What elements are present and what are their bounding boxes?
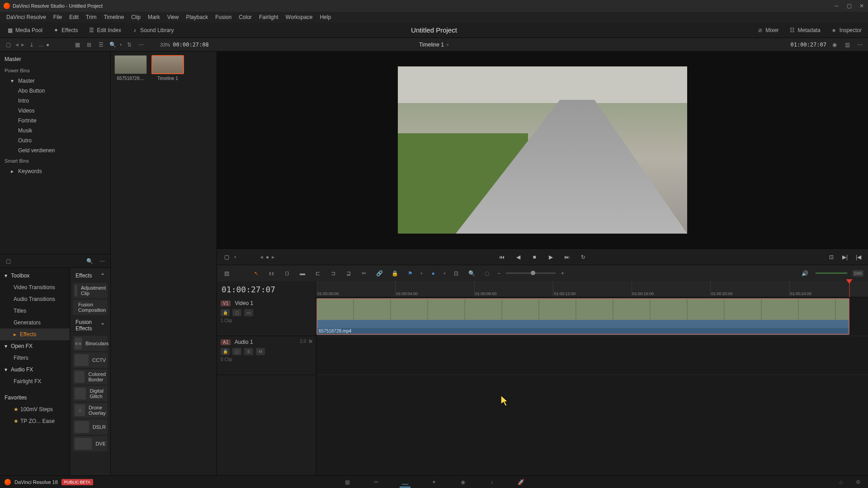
mixer-toggle[interactable]: ⎚ Mixer: [755, 26, 780, 35]
fairlight-page-tab[interactable]: ♪: [486, 477, 497, 488]
bypass-icon[interactable]: ◉: [830, 40, 839, 49]
match-prev-icon[interactable]: ◀: [260, 255, 263, 259]
fx-options-icon[interactable]: ⋯: [98, 257, 107, 266]
color-page-tab[interactable]: ◉: [458, 477, 468, 488]
home-icon[interactable]: ⌂: [835, 477, 846, 488]
bin-item[interactable]: Videos: [0, 106, 110, 116]
first-frame-button[interactable]: ⏮: [497, 252, 507, 262]
fx-item[interactable]: ◉◉Binoculars: [73, 336, 108, 351]
dim-badge[interactable]: DIM: [853, 270, 864, 277]
menu-clip[interactable]: Clip: [127, 14, 144, 20]
clip-thumbnail[interactable]: 657518728....: [114, 55, 147, 81]
menu-fairlight[interactable]: Fairlight: [255, 14, 282, 20]
next-frame-button[interactable]: ⏭: [562, 252, 572, 262]
fx-item[interactable]: Adjustment Clip: [73, 283, 108, 298]
fx-nav-fairlightfx[interactable]: Fairlight FX: [0, 375, 70, 387]
replace-icon[interactable]: ⊒: [344, 268, 354, 278]
insert-icon[interactable]: ⊏: [313, 268, 323, 278]
bin-item[interactable]: Abo Button: [0, 86, 110, 96]
cut-page-tab[interactable]: ✂: [371, 477, 382, 488]
marker-icon[interactable]: ●: [428, 268, 438, 278]
sound-library-toggle[interactable]: ♪ Sound Library: [129, 26, 176, 35]
timeline-dropdown-icon[interactable]: ▾: [447, 42, 449, 47]
track-enable-icon[interactable]: ▭: [244, 309, 253, 316]
last-frame-icon[interactable]: |◀: [854, 252, 863, 262]
smart-bin-keywords[interactable]: ▸Keywords: [0, 166, 110, 176]
track-lock-icon[interactable]: 🔒: [221, 348, 230, 355]
bin-list-icon[interactable]: ▢: [4, 257, 13, 266]
volume-slider[interactable]: [816, 272, 847, 274]
metadata-toggle[interactable]: ☷ Metadata: [787, 26, 822, 35]
sort-icon[interactable]: ⇅: [125, 40, 134, 49]
dynamic-trim-icon[interactable]: ⟨⟩: [282, 268, 292, 278]
fx-item[interactable]: CCTV: [73, 352, 108, 368]
power-bin-master[interactable]: ▾Master: [0, 76, 110, 86]
edit-page-tab[interactable]: ⎯⎯: [400, 477, 410, 488]
fx-nav-titles[interactable]: Titles: [0, 305, 70, 317]
close-button[interactable]: ✕: [859, 3, 864, 9]
fx-nav-audiofx[interactable]: ▾Audio FX: [0, 364, 70, 375]
zoom-custom-icon[interactable]: ◌: [482, 268, 492, 278]
import-icon[interactable]: ⤓: [27, 40, 36, 49]
stop-button[interactable]: ■: [529, 252, 539, 262]
fx-nav-audio-transitions[interactable]: Audio Transitions: [0, 293, 70, 305]
auto-select-icon[interactable]: ▢: [232, 309, 241, 316]
edit-index-toggle[interactable]: ☰ Edit Index: [86, 26, 123, 35]
menu-playback[interactable]: Playback: [182, 14, 212, 20]
fx-group-fusion[interactable]: Fusion Effects⌃: [72, 316, 108, 334]
split-view-icon[interactable]: ▥: [843, 40, 852, 49]
zoom-percent[interactable]: 33%: [160, 42, 170, 47]
fx-item[interactable]: ◎Drone Overlay: [73, 403, 108, 418]
lock-icon[interactable]: 🔒: [390, 268, 400, 278]
trim-tool-icon[interactable]: ⫾⫾: [267, 268, 277, 278]
fx-nav-effects[interactable]: ▸Effects: [0, 328, 70, 340]
fx-search-icon[interactable]: 🔍: [85, 257, 94, 266]
flag-icon[interactable]: ⚑: [405, 268, 415, 278]
grid-view-icon[interactable]: ⊞: [85, 40, 94, 49]
match-next-icon[interactable]: ▶: [272, 255, 275, 259]
list-view-icon[interactable]: ☰: [96, 40, 105, 49]
next-edit-icon[interactable]: ▶|: [840, 252, 850, 262]
media-page-tab[interactable]: ▦: [342, 477, 353, 488]
fx-nav-openfx[interactable]: ▾Open FX: [0, 340, 70, 352]
zoom-slider[interactable]: [506, 272, 556, 274]
video-track-header[interactable]: V1 Video 1 🔒 ▢ ▭ 1 Clip: [217, 297, 316, 336]
options-icon[interactable]: ⋯: [137, 40, 146, 49]
media-pool-toggle[interactable]: ▦ Media Pool: [5, 26, 44, 35]
settings-icon[interactable]: ⚙: [853, 477, 863, 488]
prev-frame-button[interactable]: ◀: [513, 252, 523, 262]
timeline-ruler[interactable]: 01:00:00:00 01:00:04:00 01:00:08:00 01:0…: [316, 281, 868, 297]
deliver-page-tab[interactable]: 🚀: [515, 477, 526, 488]
menu-file[interactable]: File: [50, 14, 66, 20]
fx-group-effects[interactable]: Effects⌃: [72, 270, 108, 282]
nav-back[interactable]: ◀: [15, 42, 19, 47]
menu-mark[interactable]: Mark: [144, 14, 164, 20]
menu-help[interactable]: Help: [316, 14, 335, 20]
menu-davinci[interactable]: DaVinci Resolve: [3, 14, 50, 20]
bin-item[interactable]: Musik: [0, 126, 110, 136]
fx-nav-filters[interactable]: Filters: [0, 352, 70, 364]
loop-button[interactable]: ↻: [578, 252, 588, 262]
solo-button[interactable]: S: [244, 348, 253, 355]
fav-item[interactable]: ★ TP ZO... Ease: [0, 415, 70, 427]
search-icon[interactable]: 🔍: [108, 40, 117, 49]
zoom-detail-icon[interactable]: 🔍: [467, 268, 476, 278]
zoom-full-icon[interactable]: ⊡: [451, 268, 461, 278]
viewer-options-icon[interactable]: ⋯: [855, 40, 864, 49]
selection-tool-icon[interactable]: ↖: [251, 268, 261, 278]
bin-item[interactable]: Outro: [0, 136, 110, 145]
thumb-view-icon[interactable]: ▦: [73, 40, 82, 49]
menu-color[interactable]: Color: [235, 14, 255, 20]
menu-fusion[interactable]: Fusion: [212, 14, 235, 20]
blade-tool-icon[interactable]: ▬: [297, 268, 307, 278]
fav-item[interactable]: ★ 100mV Steps: [0, 404, 70, 415]
bin-master[interactable]: Master: [0, 53, 110, 65]
inspector-toggle[interactable]: ⎈ Inspector: [829, 26, 863, 35]
mute-button[interactable]: M: [256, 348, 265, 355]
fx-nav-toolbox[interactable]: ▾Toolbox: [0, 270, 70, 282]
menu-timeline[interactable]: Timeline: [100, 14, 127, 20]
maximize-button[interactable]: ▢: [846, 3, 852, 9]
audio-track-header[interactable]: A1 Audio 1 fx 2.0 🔒 ▢ S M 0 Clip: [217, 336, 316, 375]
menu-view[interactable]: View: [164, 14, 183, 20]
menu-workspace[interactable]: Workspace: [282, 14, 316, 20]
